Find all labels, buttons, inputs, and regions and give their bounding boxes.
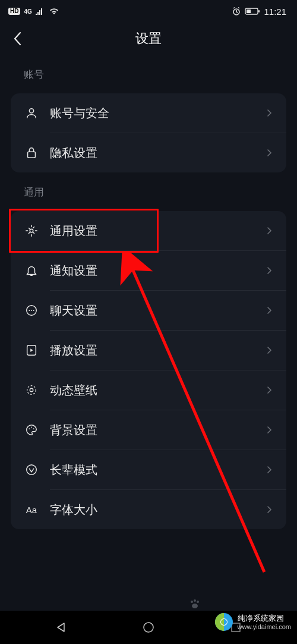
- svg-point-6: [30, 229, 33, 233]
- item-label: 动态壁纸: [50, 382, 266, 398]
- bell-icon: [24, 263, 39, 278]
- item-account-security[interactable]: 账号与安全: [11, 93, 286, 133]
- svg-point-17: [27, 465, 37, 475]
- item-live-wallpaper[interactable]: 动态壁纸: [11, 370, 286, 410]
- chevron-right-icon: [266, 149, 273, 156]
- battery-icon: [245, 7, 260, 15]
- play-icon: [24, 343, 39, 358]
- back-icon: [13, 32, 21, 46]
- status-right: 11:21: [232, 7, 286, 17]
- user-icon: [24, 105, 39, 121]
- svg-rect-3: [258, 10, 260, 12]
- svg-point-4: [29, 109, 33, 113]
- item-general-settings[interactable]: 通用设置: [11, 211, 286, 250]
- list-group-general: 通用设置 通知设置 聊天设置 播放设置: [11, 211, 286, 529]
- chat-icon: [24, 303, 39, 318]
- svg-point-14: [29, 428, 30, 429]
- svg-point-20: [194, 599, 196, 602]
- svg-point-19: [191, 601, 193, 603]
- font-icon: Aa: [24, 502, 39, 517]
- wifi-icon: [49, 7, 59, 15]
- item-chat-settings[interactable]: 聊天设置: [11, 291, 286, 330]
- hd-badge: HD: [8, 8, 20, 15]
- wallpaper-icon: [24, 382, 39, 398]
- content: 账号 账号与安全 隐私设置 通用 通用设置: [0, 55, 297, 565]
- item-elder-mode[interactable]: 长辈模式: [11, 450, 286, 489]
- svg-point-9: [31, 310, 32, 311]
- signal-icon: [36, 8, 45, 15]
- network-label: 4G: [24, 8, 31, 15]
- header: 设置: [0, 23, 297, 55]
- section-header-account: 账号: [0, 55, 297, 90]
- svg-point-22: [192, 604, 198, 608]
- item-playback-settings[interactable]: 播放设置: [11, 331, 286, 370]
- chevron-right-icon: [266, 109, 273, 117]
- nav-back-button[interactable]: [49, 615, 73, 639]
- status-left: HD 4G: [8, 7, 59, 15]
- alarm-icon: [232, 7, 241, 16]
- back-button[interactable]: [10, 31, 25, 46]
- chevron-right-icon: [266, 466, 273, 473]
- watermark: 纯净系统家园 www.yidaimei.com: [213, 611, 291, 633]
- watermark-badge-icon: [213, 611, 235, 633]
- item-privacy[interactable]: 隐私设置: [11, 133, 286, 172]
- chevron-right-icon: [266, 426, 273, 433]
- watermark-brand: 纯净系统家园: [238, 614, 291, 623]
- svg-point-8: [29, 310, 30, 311]
- chevron-right-icon: [266, 227, 273, 234]
- chevron-right-icon: [266, 267, 273, 274]
- elder-icon: [24, 462, 39, 477]
- palette-icon: [24, 422, 39, 438]
- chevron-right-icon: [266, 347, 273, 354]
- watermark-url: www.yidaimei.com: [238, 623, 291, 630]
- section-header-general: 通用: [0, 172, 297, 208]
- time-label: 11:21: [264, 7, 286, 17]
- item-font-size[interactable]: Aa 字体大小: [11, 490, 286, 529]
- status-bar: HD 4G 11:21: [0, 0, 297, 23]
- item-label: 聊天设置: [50, 303, 266, 319]
- gear-icon: [24, 223, 39, 238]
- item-notification-settings[interactable]: 通知设置: [11, 251, 286, 290]
- item-label: 隐私设置: [50, 145, 266, 161]
- triangle-back-icon: [55, 621, 67, 633]
- svg-point-13: [27, 386, 36, 395]
- svg-rect-2: [247, 10, 251, 13]
- item-label: 播放设置: [50, 343, 266, 359]
- list-group-account: 账号与安全 隐私设置: [11, 93, 286, 172]
- lock-icon: [24, 145, 39, 161]
- svg-point-21: [197, 601, 199, 603]
- chevron-right-icon: [266, 307, 273, 314]
- chevron-right-icon: [266, 506, 273, 513]
- item-label: 字体大小: [50, 502, 266, 518]
- svg-point-10: [33, 310, 34, 311]
- svg-point-15: [31, 427, 32, 428]
- item-label: 通用设置: [50, 223, 266, 239]
- item-label: 通知设置: [50, 263, 266, 279]
- item-label: 账号与安全: [50, 105, 266, 121]
- svg-point-12: [30, 388, 33, 392]
- chevron-right-icon: [266, 387, 273, 394]
- svg-point-23: [144, 623, 153, 632]
- svg-point-16: [33, 428, 34, 429]
- nav-home-button[interactable]: [137, 615, 160, 639]
- circle-home-icon: [142, 621, 155, 634]
- item-label: 长辈模式: [50, 462, 266, 478]
- item-background-settings[interactable]: 背景设置: [11, 410, 286, 450]
- item-label: 背景设置: [50, 422, 266, 438]
- svg-rect-5: [28, 152, 36, 158]
- page-title: 设置: [135, 30, 162, 48]
